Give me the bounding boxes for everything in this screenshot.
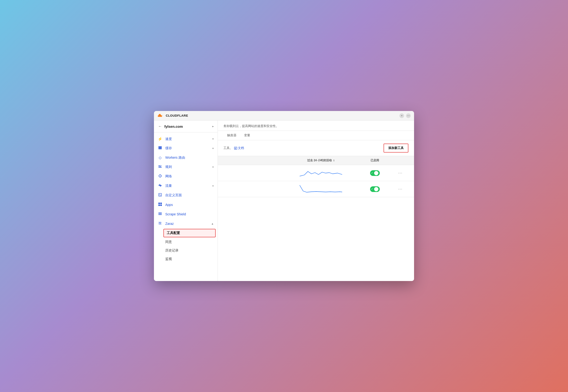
rules-arrow-icon: ▾ — [212, 166, 214, 168]
col-header-activity: 过去 24 小时的活动 ℹ — [287, 156, 355, 165]
sidebar-item-apps[interactable]: Apps — [154, 200, 218, 210]
row2-name — [218, 181, 287, 197]
content-intro: 务卸载到云，提高网站的速度和安全性。 — [218, 120, 414, 131]
table-head: 过去 24 小时的活动 ℹ 已启用 — [218, 156, 414, 165]
zaraz-label: Zaraz — [165, 222, 208, 225]
row2-more-menu[interactable]: ··· — [398, 187, 403, 191]
logo-area: CLOUDFLARE — [157, 113, 188, 118]
sidebar-label-rules: 规则 — [165, 165, 209, 169]
sidebar-label-speed: 速度 — [165, 137, 209, 141]
row1-name — [218, 165, 287, 181]
sidebar-item-tool-config[interactable]: 工具配置 — [164, 229, 216, 237]
table-header-row: 过去 24 小时的活动 ℹ 已启用 — [218, 156, 414, 165]
sidebar-label-custom-pages: 自定义页面 — [165, 193, 214, 197]
sidebar-item-zaraz: Zaraz ▲ 工具配置 同意 历史记录 — [154, 219, 218, 263]
toggle-circle-2 — [374, 187, 378, 191]
custom-pages-icon — [158, 193, 163, 198]
svg-rect-15 — [235, 148, 237, 148]
sparkline-2 — [299, 184, 342, 193]
cache-icon — [158, 146, 163, 151]
sidebar-header: ← fylsen.com ▸ — [154, 120, 218, 132]
speed-icon: ⚡ — [158, 137, 163, 141]
zaraz-header[interactable]: Zaraz ▲ — [154, 219, 218, 228]
sidebar-item-workers[interactable]: ◇ Workers 路由 — [154, 153, 218, 162]
sparkline-1 — [299, 168, 342, 177]
table-row: ✓ ··· — [218, 165, 414, 181]
titlebar-actions: + ⋯ — [399, 113, 411, 118]
back-button[interactable]: ← — [158, 124, 163, 129]
add-tool-button[interactable]: 添加新工具 — [384, 144, 408, 153]
row1-toggle[interactable]: ✓ — [370, 170, 380, 176]
tools-header: 工具。 文档 添加新工具 — [218, 140, 414, 156]
toggle-check-icon-2: ✓ — [371, 187, 373, 191]
zaraz-arrow-icon: ▲ — [211, 222, 214, 225]
sidebar-item-scrape-shield[interactable]: Scrape Shield — [154, 210, 218, 219]
svg-rect-2 — [158, 149, 162, 149]
tab-variables[interactable]: 变量 — [240, 131, 254, 140]
titlebar: CLOUDFLARE + ⋯ — [154, 111, 414, 120]
row1-activity — [287, 165, 355, 181]
sidebar-label-network: 网络 — [165, 174, 214, 179]
sidebar-item-consent[interactable]: 同意 — [154, 238, 218, 246]
sidebar-item-custom-pages[interactable]: 自定义页面 — [154, 191, 218, 200]
doc-icon — [234, 147, 237, 150]
toggle-check-icon: ✓ — [371, 171, 373, 175]
scrape-shield-icon — [158, 212, 163, 217]
tools-table: 过去 24 小时的活动 ℹ 已启用 — [218, 156, 414, 197]
zaraz-icon — [158, 221, 163, 226]
content-tabs-row: 触发器 变量 — [218, 131, 414, 140]
content-area: 务卸载到云，提高网站的速度和安全性。 触发器 变量 工具。 文档 添加新工具 — [218, 120, 414, 281]
cache-arrow-icon: ▾ — [212, 147, 214, 150]
sidebar-nav: ⚡ 速度 ▾ 缓存 ▾ ◇ Workers 路由 — [154, 132, 218, 265]
row1-enabled: ✓ — [355, 165, 394, 181]
network-icon — [158, 174, 163, 179]
traffic-arrow-icon: ▾ — [212, 184, 214, 187]
svg-rect-17 — [235, 149, 236, 149]
apps-icon — [158, 202, 163, 207]
sidebar-item-traffic[interactable]: 流量 ▾ — [154, 181, 218, 191]
table-row: ✓ ··· — [218, 181, 414, 197]
logo-text: CLOUDFLARE — [166, 114, 188, 117]
tab-trigger[interactable]: 触发器 — [224, 131, 240, 140]
sidebar-item-monitor[interactable]: 监视 — [154, 255, 218, 263]
titlebar-menu-button[interactable]: ⋯ — [406, 113, 411, 118]
svg-rect-0 — [158, 146, 162, 147]
svg-rect-11 — [158, 212, 162, 213]
activity-info-icon: ℹ — [333, 159, 334, 162]
row2-actions: ··· — [394, 181, 414, 197]
monitor-label: 监视 — [165, 257, 172, 261]
sidebar-item-speed[interactable]: ⚡ 速度 ▾ — [154, 134, 218, 144]
sidebar-label-scrape-shield: Scrape Shield — [165, 212, 214, 216]
speed-arrow-icon: ▾ — [212, 138, 214, 140]
sidebar-label-workers: Workers 路由 — [165, 156, 214, 160]
sidebar-item-rules[interactable]: 规则 ▾ — [154, 162, 218, 172]
titlebar-plus-button[interactable]: + — [399, 113, 404, 118]
svg-point-6 — [161, 185, 162, 186]
table-body: ✓ ··· — [218, 165, 414, 197]
domain-chevron-icon: ▸ — [212, 125, 214, 128]
svg-rect-13 — [158, 214, 162, 215]
col-header-name — [218, 156, 287, 165]
sidebar-item-network[interactable]: 网络 — [154, 172, 218, 181]
history-label: 历史记录 — [165, 248, 179, 253]
svg-rect-8 — [160, 203, 162, 204]
toggle-circle — [374, 171, 378, 175]
doc-link[interactable]: 文档 — [234, 146, 244, 150]
col-header-enabled: 已启用 — [355, 156, 394, 165]
svg-rect-9 — [158, 205, 160, 206]
sidebar-item-history[interactable]: 历史记录 — [154, 246, 218, 255]
svg-point-4 — [159, 185, 161, 186]
tools-table-container: 过去 24 小时的活动 ℹ 已启用 — [218, 156, 414, 197]
consent-label: 同意 — [165, 240, 172, 244]
sidebar-label-cache: 缓存 — [165, 146, 209, 150]
svg-point-5 — [159, 185, 159, 186]
svg-rect-12 — [158, 213, 162, 214]
workers-icon: ◇ — [158, 155, 163, 160]
sidebar-item-cache[interactable]: 缓存 ▾ — [154, 144, 218, 153]
row2-activity — [287, 181, 355, 197]
row1-more-menu[interactable]: ··· — [398, 170, 403, 175]
col-header-actions — [394, 156, 414, 165]
row2-toggle[interactable]: ✓ — [370, 186, 380, 192]
svg-rect-1 — [158, 148, 162, 149]
tool-config-label: 工具配置 — [167, 231, 180, 235]
